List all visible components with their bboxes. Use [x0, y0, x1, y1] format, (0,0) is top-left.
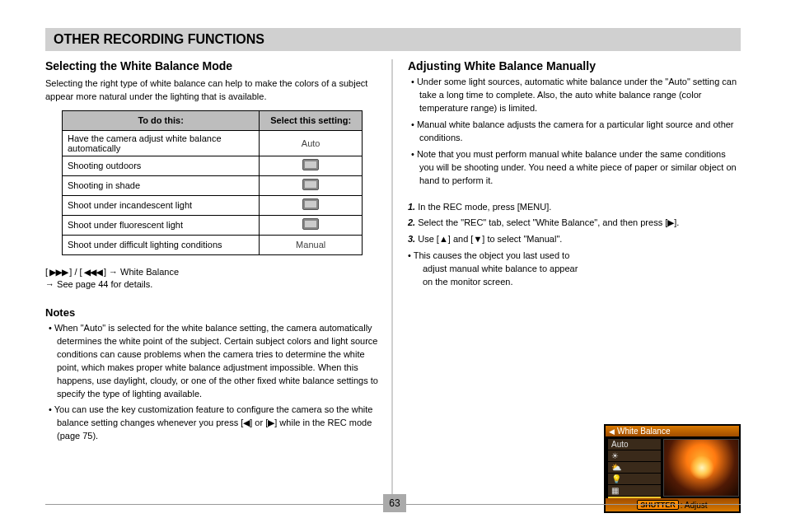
- back-triangle-icon: ◀: [609, 427, 615, 436]
- bullet-item: Manual white balance adjusts the camera …: [408, 119, 742, 145]
- section-title-white-balance: Selecting the White Balance Mode: [45, 59, 379, 72]
- wb-row-label: Shoot under fluorescent light: [63, 215, 260, 235]
- page-title: OTHER RECORDING FUNCTIONS: [54, 32, 264, 47]
- wb-row-value: Auto: [260, 130, 363, 156]
- table-row: Shoot under incandescent light: [63, 195, 363, 215]
- right-column: Adjusting White Balance Manually Under s…: [408, 59, 742, 332]
- step-subnote: • This causes the object you last used t…: [408, 250, 589, 289]
- section-title-manual-wb: Adjusting White Balance Manually: [408, 59, 742, 72]
- table-row: Shoot under fluorescent light: [63, 215, 363, 235]
- left-column: Selecting the White Balance Mode Selecti…: [45, 59, 379, 446]
- wb-row-value: [260, 175, 363, 195]
- notes-heading: Notes: [45, 306, 379, 319]
- wb-row-value: [260, 215, 363, 235]
- wb-row-value: [260, 156, 363, 175]
- fluorescent-icon: [302, 218, 319, 230]
- nav-hint-line: [ ▶▶▶ ] / [ ◀◀◀ ] → White Balance: [45, 265, 379, 278]
- shutter-label: SHUTTER: [637, 500, 679, 510]
- note-item: You can use the key customization featur…: [45, 404, 379, 443]
- incandescent-icon: [302, 198, 319, 210]
- daylight-icon: [302, 159, 319, 170]
- table-row: Shooting outdoors: [63, 156, 363, 175]
- white-balance-table: To do this: Select this setting: Have th…: [62, 110, 363, 255]
- page-number: 63: [383, 494, 406, 512]
- wb-row-label: Shooting in shade: [63, 175, 260, 195]
- wb-row-label: Shooting outdoors: [63, 156, 260, 175]
- skip-back-icon: ◀◀◀: [84, 265, 102, 278]
- note-item: When "Auto" is selected for the white ba…: [45, 322, 379, 401]
- step-item: 2. Select the "REC" tab, select "White B…: [408, 217, 742, 230]
- step-item: 3. Use [▲] and [▼] to select "Manual".: [408, 233, 589, 246]
- skip-forward-icon: ▶▶▶: [49, 265, 68, 278]
- lcd-option-auto: Auto: [608, 439, 661, 450]
- step-item: 1. In the REC mode, press [MENU].: [408, 201, 742, 214]
- lcd-title-text: White Balance: [617, 427, 670, 436]
- wb-row-label: Shoot under difficult lighting condition…: [63, 235, 260, 254]
- intro-text: Selecting the right type of white balanc…: [45, 77, 379, 104]
- page-header: OTHER RECORDING FUNCTIONS: [45, 28, 741, 51]
- table-row: Shooting in shade: [63, 175, 363, 195]
- table-row: Have the camera adjust white balance aut…: [63, 130, 363, 156]
- wb-row-value: [260, 195, 363, 215]
- wb-row-label: Have the camera adjust white balance aut…: [63, 130, 260, 156]
- lcd-option-fluorescent: ▦: [608, 485, 661, 497]
- wb-row-value: Manual: [260, 235, 363, 254]
- table-header-action: To do this:: [63, 110, 260, 130]
- bullet-item: Note that you must perform manual white …: [408, 148, 742, 188]
- table-row: Shoot under difficult lighting condition…: [63, 235, 363, 254]
- bullet-item: Under some light sources, automatic whit…: [408, 76, 742, 115]
- lcd-footer: SHUTTER : Adjust: [606, 498, 739, 511]
- lcd-title-bar: ◀ White Balance: [606, 426, 739, 437]
- lcd-preview-thumbnail: [663, 439, 739, 497]
- nav-hint-ref: → See page 44 for details.: [45, 278, 379, 292]
- lcd-option-incandescent: 💡: [608, 474, 661, 485]
- column-divider: [391, 59, 393, 496]
- shade-icon: [302, 179, 319, 190]
- camera-lcd-mockup: ◀ White Balance Auto ☀ ⛅ 💡 ▦ Manual SHUT…: [604, 424, 741, 513]
- lcd-option-daylight: ☀: [608, 450, 661, 462]
- adjust-label: : Adjust: [681, 501, 708, 510]
- lcd-option-shade: ⛅: [608, 462, 661, 474]
- wb-row-label: Shoot under incandescent light: [63, 195, 260, 215]
- table-header-setting: Select this setting:: [260, 110, 363, 130]
